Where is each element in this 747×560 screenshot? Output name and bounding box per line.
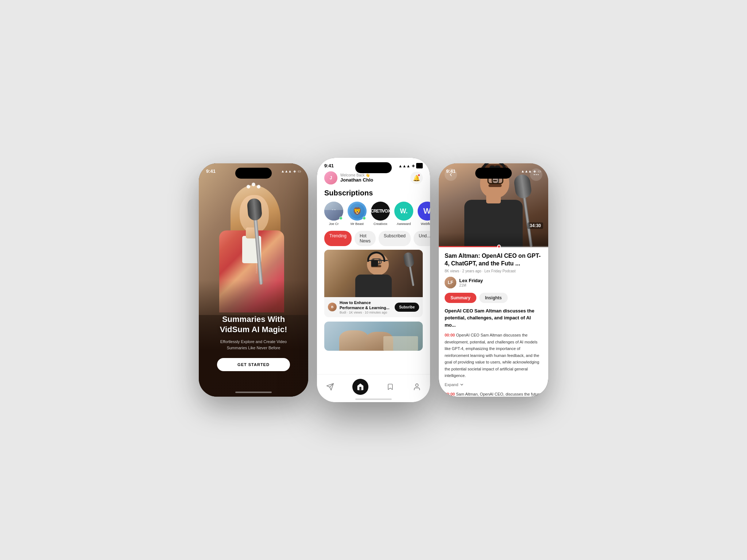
subscription-item-awwward[interactable]: W. Awwward [394, 202, 413, 226]
sub-name-joe: Joe Cr [329, 222, 339, 226]
hero-gradient-overlay [439, 233, 548, 247]
sub-avatar-webflow: W [418, 202, 430, 221]
notification-button[interactable]: 🔔 [410, 172, 423, 184]
svg-point-5 [538, 174, 539, 175]
send-icon [326, 382, 334, 391]
sub-avatar-creativox: CRETIVOX [371, 202, 390, 221]
nav-home[interactable] [352, 379, 368, 395]
app-logo [247, 183, 260, 187]
nav-bookmark[interactable] [386, 382, 395, 391]
subscription-item-mrbeast[interactable]: 🦁 Mr Beast [348, 202, 367, 226]
video-thumbnail-1 [324, 250, 423, 297]
logo-dot-1 [247, 185, 250, 188]
channel-info: LF Lex Friday 21M [445, 277, 542, 288]
video-stats-1: Budi · 1K views · 10 minutes ago [340, 311, 392, 314]
dynamic-island-2 [355, 162, 392, 173]
video-card-1-meta: B How to Enhance Performance & Learning.… [324, 297, 423, 317]
phone-3-content: 9:41 ▲▲▲ ◈ ▭ [439, 163, 548, 397]
filter-und[interactable]: Und... [414, 231, 430, 246]
status-time: 9:41 [206, 168, 216, 174]
subscription-item-webflow[interactable]: W Webflow [418, 202, 430, 226]
profile-icon [413, 382, 421, 391]
timestamp-entry-1: 00:00 OpenAI CEO Sam Altman discusses th… [445, 331, 542, 379]
user-info: J Welcome Back 👋 Jonathan Chlo [324, 171, 373, 184]
filter-row: Trending Hot News Subscribed Und... [317, 229, 430, 250]
nav-profile[interactable] [413, 382, 421, 391]
hero-content: Summaries With VidSum AI Magic! Effortle… [199, 314, 308, 371]
user-name: Jonathan Chlo [340, 177, 373, 183]
timestamp-text-1: OpenAI CEO Sam Altman discusses the deve… [445, 333, 539, 378]
bottom-nav [317, 374, 430, 402]
video-progress-fill [439, 246, 499, 247]
phone-2-screen: 9:41 ▲▲▲ ◈ ▭ J Welcom [317, 158, 430, 402]
phone-1-screen: Frameworks 9:41 ▲▲▲ ◈ ▭ [199, 163, 308, 397]
video-main-title: Sam Altman: OpenAI CEO on GPT-4, ChatGPT… [445, 252, 542, 268]
timestamp-1[interactable]: 00:00 [445, 333, 456, 337]
online-dot-mrbeast [363, 217, 366, 220]
channel-name: Lex Friday [459, 278, 483, 283]
notification-dot [418, 174, 420, 176]
tab-summary[interactable]: Summary [445, 293, 476, 303]
hero-title: Summaries With VidSum AI Magic! [210, 314, 297, 335]
channel-avatar: LF [445, 277, 456, 288]
summary-headline: OpenAI CEO Sam Altman discusses the pote… [445, 307, 542, 329]
video-main-meta: 8K views · 2 years ago · Lex Friday Podc… [445, 269, 542, 273]
timestamp-2[interactable]: 20:00 [445, 392, 456, 396]
video-progress-dot [497, 245, 501, 248]
phone-2: 9:41 ▲▲▲ ◈ ▭ J Welcom [317, 158, 430, 402]
phones-container: Frameworks 9:41 ▲▲▲ ◈ ▭ [199, 158, 548, 402]
wifi-icon-3: ◈ [533, 169, 536, 173]
battery-icon-3: ▭ [538, 169, 541, 173]
home-indicator [235, 392, 272, 393]
tab-insights[interactable]: Insights [479, 293, 508, 303]
status-time-3: 9:41 [446, 168, 456, 174]
get-started-button[interactable]: GET STARTED [217, 358, 290, 371]
section-title: Subscriptions [317, 187, 430, 200]
bookmark-icon [386, 382, 395, 391]
sub-avatar-joe: JC [324, 202, 343, 221]
content-tabs: Summary Insights [445, 293, 542, 303]
subscribe-button[interactable]: Subsribe [395, 303, 419, 312]
sub-name-awwward: Awwward [397, 222, 411, 226]
status-icons-2: ▲▲▲ ◈ ▭ [398, 163, 423, 168]
channel-details: Lex Friday 21M [459, 278, 483, 287]
video-duration: 34:30 [527, 222, 543, 229]
battery-icon-2: ▭ [416, 163, 423, 168]
filter-subscribed[interactable]: Subscribed [379, 231, 411, 246]
sub-name-creativox: Creativox [374, 222, 387, 226]
video-info-1: How to Enhance Performance & Learning...… [340, 300, 392, 314]
sub-avatar-mrbeast: 🦁 [348, 202, 367, 221]
video-progress-bar[interactable] [439, 246, 548, 247]
signal-icon: ▲▲▲ [281, 169, 292, 173]
sub-name-mrbeast: Mr Beast [351, 222, 364, 226]
timestamp-text-2: Sam Altman, OpenAI CEO, discusses the fu… [445, 392, 541, 397]
battery-icon: ▭ [298, 169, 301, 173]
sub-name-webflow: Webflow [421, 222, 430, 226]
expand-row[interactable]: Expand [445, 382, 542, 387]
signal-icon-3: ▲▲▲ [521, 169, 532, 173]
phone-3-screen: 9:41 ▲▲▲ ◈ ▭ [439, 163, 548, 397]
phone-1-background: Frameworks 9:41 ▲▲▲ ◈ ▭ [199, 163, 308, 397]
user-details: Welcome Back 👋 Jonathan Chlo [340, 173, 373, 183]
welcome-text: Welcome Back 👋 [340, 173, 373, 177]
filter-hot-news[interactable]: Hot News [355, 231, 376, 246]
subscription-item-joe[interactable]: JC Joe Cr [324, 202, 343, 226]
svg-point-4 [536, 174, 537, 175]
svg-point-3 [534, 174, 535, 175]
phone-2-content: 9:41 ▲▲▲ ◈ ▭ J Welcom [317, 158, 430, 402]
video-details: Sam Altman: OpenAI CEO on GPT-4, ChatGPT… [439, 247, 548, 397]
dynamic-island-3 [475, 168, 512, 179]
author-avatar-1: B [328, 303, 337, 311]
filter-trending[interactable]: Trending [324, 231, 352, 246]
status-icons: ▲▲▲ ◈ ▭ [281, 169, 301, 173]
subscription-item-creativox[interactable]: CRETIVOX Creativox [371, 202, 390, 226]
video-card-2[interactable] [324, 322, 423, 351]
nav-send[interactable] [326, 382, 334, 391]
expand-label: Expand [445, 382, 458, 387]
user-avatar: J [324, 171, 337, 184]
status-icons-3: ▲▲▲ ◈ ▭ [521, 168, 541, 174]
online-dot-joe [339, 217, 342, 220]
channel-subs: 21M [459, 283, 483, 287]
video-title-1: How to Enhance Performance & Learning... [340, 300, 392, 311]
video-card-1[interactable]: B How to Enhance Performance & Learning.… [324, 250, 423, 317]
